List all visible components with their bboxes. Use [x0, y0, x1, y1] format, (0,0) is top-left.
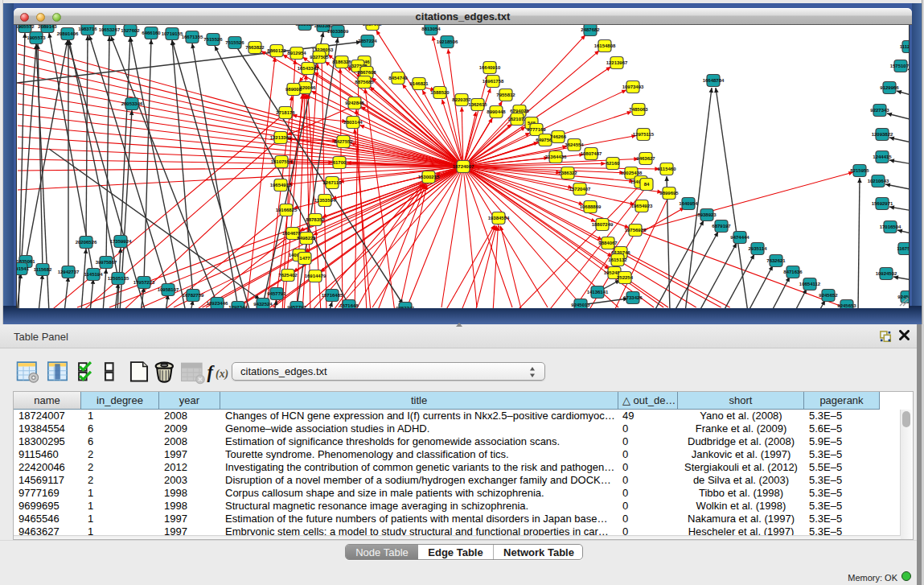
svg-text:1571648: 1571648 [339, 303, 359, 308]
svg-text:8813054: 8813054 [421, 27, 441, 31]
svg-text:6466160: 6466160 [142, 31, 161, 35]
svg-text:1733426: 1733426 [623, 295, 643, 300]
svg-text:8427552: 8427552 [334, 139, 353, 144]
svg-text:2687672: 2687672 [363, 25, 382, 27]
svg-text:6879197: 6879197 [712, 224, 731, 229]
svg-text:2935114: 2935114 [748, 246, 767, 251]
svg-text:8875685: 8875685 [355, 80, 374, 84]
svg-text:9457792: 9457792 [287, 305, 306, 308]
svg-text:1292344: 1292344 [228, 305, 248, 308]
svg-text:16671355: 16671355 [182, 35, 203, 39]
svg-text:2718176: 2718176 [276, 110, 295, 115]
svg-text:7857224: 7857224 [358, 39, 377, 43]
svg-text:20053346: 20053346 [121, 101, 143, 106]
svg-text:1145194: 1145194 [84, 272, 103, 277]
svg-text:7386322: 7386322 [558, 171, 577, 175]
svg-text:9245002: 9245002 [897, 295, 910, 299]
svg-text:3267110: 3267110 [322, 180, 342, 185]
svg-text:7485063: 7485063 [629, 107, 648, 112]
svg-text:12975115: 12975115 [633, 132, 655, 137]
svg-text:15692971: 15692971 [872, 201, 893, 206]
svg-text:1362615: 1362615 [468, 102, 487, 107]
svg-text:21364436: 21364436 [545, 154, 567, 159]
svg-text:10025438: 10025438 [621, 171, 643, 175]
svg-text:10973493: 10973493 [622, 84, 644, 89]
svg-text:1640954: 1640954 [679, 201, 698, 206]
svg-text:8471636: 8471636 [783, 270, 803, 274]
svg-text:20206526: 20206526 [76, 240, 97, 245]
svg-text:f: f [207, 362, 215, 382]
svg-text:7955812: 7955812 [496, 93, 515, 97]
svg-text:16914479: 16914479 [305, 274, 326, 278]
svg-text:19654913: 19654913 [270, 183, 292, 187]
svg-text:10210643: 10210643 [868, 179, 889, 183]
svg-text:16782759: 16782759 [183, 293, 204, 298]
svg-text:15720407: 15720407 [569, 187, 591, 192]
svg-text:12093822: 12093822 [872, 132, 893, 137]
svg-text:252254: 252254 [617, 275, 634, 280]
svg-text:10719155: 10719155 [162, 31, 183, 36]
svg-text:391541: 391541 [17, 266, 30, 271]
svg-text:14136141: 14136141 [587, 290, 609, 295]
svg-text:12213967: 12213967 [606, 60, 628, 65]
svg-text:9432524: 9432524 [253, 302, 273, 307]
svg-text:84: 84 [644, 182, 650, 187]
svg-text:15716485: 15716485 [322, 293, 343, 298]
svg-text:10654112: 10654112 [799, 282, 821, 286]
svg-text:(x): (x) [216, 368, 228, 381]
svg-text:9884067: 9884067 [598, 241, 618, 245]
svg-text:19384554: 19384554 [488, 216, 510, 220]
svg-text:7515526: 7515526 [225, 40, 244, 45]
svg-text:8454749: 8454749 [388, 76, 408, 80]
svg-text:9457791: 9457791 [267, 291, 286, 296]
svg-text:10688869: 10688869 [580, 204, 602, 209]
svg-text:1983716: 1983716 [78, 27, 97, 31]
svg-text:12923446: 12923446 [207, 301, 228, 306]
svg-text:17359924: 17359924 [110, 239, 132, 244]
svg-text:18724007: 18724007 [453, 164, 474, 169]
svg-text:39975867: 39975867 [96, 260, 117, 265]
svg-text:9452341: 9452341 [396, 306, 415, 308]
svg-text:8878352: 8878352 [306, 217, 325, 222]
svg-text:8990448: 8990448 [487, 109, 506, 114]
svg-text:9227343: 9227343 [870, 108, 889, 113]
svg-text:1621072: 1621072 [507, 117, 527, 122]
svg-text:1244415: 1244415 [873, 154, 892, 159]
svg-text:12505135: 12505135 [108, 276, 129, 281]
svg-text:8215955: 8215955 [850, 168, 869, 173]
svg-text:19654923: 19654923 [631, 204, 653, 208]
svg-text:10653267: 10653267 [99, 27, 121, 32]
svg-text:10807487: 10807487 [581, 151, 602, 156]
svg-text:8938923: 8938923 [697, 212, 717, 217]
svg-text:16648784: 16648784 [703, 78, 725, 83]
svg-text:8912954: 8912954 [287, 51, 306, 56]
svg-text:9327505: 9327505 [310, 55, 329, 60]
svg-text:9245653: 9245653 [837, 303, 856, 308]
svg-text:15751074: 15751074 [890, 64, 910, 68]
svg-text:20891406: 20891406 [57, 31, 79, 36]
svg-text:2867608: 2867608 [357, 70, 376, 75]
svg-text:62160: 62160 [606, 161, 620, 166]
svg-text:19166825: 19166825 [276, 208, 298, 212]
svg-text:7632621: 7632621 [766, 258, 786, 263]
svg-text:17957223: 17957223 [133, 280, 155, 285]
svg-text:7625402: 7625402 [278, 273, 298, 278]
svg-text:9129966: 9129966 [880, 85, 899, 90]
svg-text:16107554: 16107554 [271, 159, 293, 164]
svg-text:9245652: 9245652 [819, 293, 838, 298]
svg-text:1803022: 1803022 [295, 25, 314, 27]
svg-text:1115682: 1115682 [34, 267, 52, 272]
svg-text:9463627: 9463627 [636, 156, 655, 161]
svg-text:16640910: 16640910 [479, 65, 501, 70]
svg-text:989008: 989008 [285, 87, 302, 92]
svg-text:1905572: 1905572 [17, 25, 35, 29]
svg-text:5498222: 5498222 [297, 236, 316, 241]
svg-text:17016504: 17016504 [880, 225, 901, 229]
svg-text:16033809: 16033809 [327, 29, 349, 34]
svg-text:1905573: 1905573 [27, 35, 46, 40]
svg-text:9474444: 9474444 [730, 235, 749, 240]
svg-text:9242848: 9242848 [345, 101, 364, 105]
svg-text:16543342: 16543342 [298, 66, 319, 71]
svg-text:9899695: 9899695 [659, 191, 679, 196]
svg-text:10924502: 10924502 [876, 271, 897, 276]
